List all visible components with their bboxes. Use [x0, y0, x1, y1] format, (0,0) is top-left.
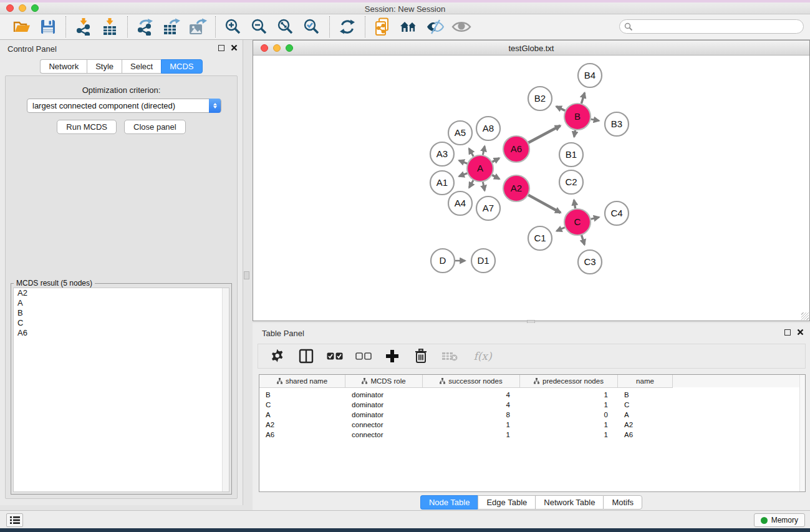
edge-B-B2[interactable] — [556, 107, 565, 111]
close-panel-icon[interactable] — [231, 44, 238, 51]
table-cell[interactable]: connector — [345, 420, 423, 430]
node-A7[interactable]: A7 — [476, 196, 500, 220]
edge-A-A3[interactable] — [459, 160, 467, 163]
node-A8[interactable]: A8 — [476, 117, 500, 140]
node-A5[interactable]: A5 — [448, 121, 472, 145]
tab-network-table[interactable]: Network Table — [535, 495, 603, 510]
import-network-button[interactable] — [70, 16, 97, 37]
table-row[interactable]: Bdominator41B — [259, 390, 805, 400]
save-session-button[interactable] — [35, 16, 61, 37]
zoom-in-button[interactable] — [220, 16, 246, 37]
select-all-columns-button[interactable] — [324, 346, 345, 366]
table-scrollbar[interactable] — [799, 375, 805, 491]
tab-motifs[interactable]: Motifs — [603, 495, 642, 510]
run-mcds-button[interactable]: Run MCDS — [57, 120, 117, 134]
edge-A2-C[interactable] — [528, 195, 561, 213]
open-session-button[interactable] — [9, 16, 35, 37]
export-image-button[interactable] — [185, 16, 211, 37]
table-cell[interactable]: B — [259, 390, 345, 400]
node-D[interactable]: D — [431, 249, 455, 273]
table-cell[interactable]: A — [618, 410, 673, 420]
node-C2[interactable]: C2 — [559, 170, 583, 194]
mcds-result-item[interactable]: A2 — [14, 288, 229, 298]
zoom-selected-button[interactable] — [299, 16, 325, 37]
float-table-panel-icon[interactable] — [784, 329, 791, 336]
vertical-splitter-handle[interactable] — [244, 271, 249, 279]
table-cell[interactable]: 1 — [423, 430, 520, 440]
table-cell[interactable]: dominator — [345, 390, 423, 400]
table-row[interactable]: Adominator80A — [259, 410, 805, 420]
add-column-button[interactable] — [382, 346, 403, 366]
criterion-select[interactable]: largest connected component (directed) — [27, 99, 221, 113]
search-input[interactable] — [619, 19, 804, 34]
table-row[interactable]: A2connector11A2 — [259, 420, 805, 430]
network-resize-grip[interactable] — [801, 312, 809, 320]
column-header-name[interactable]: name — [618, 375, 673, 388]
column-header-successor-nodes[interactable]: successor nodes — [423, 375, 520, 388]
table-cell[interactable]: 0 — [520, 410, 618, 420]
network-graph[interactable]: B4B2BB3B1A5A8A6A3AA1A2C2A4A7CC4C1C3DD1 — [253, 56, 809, 321]
zoom-fit-button[interactable] — [272, 16, 299, 37]
task-history-button[interactable] — [6, 513, 23, 527]
close-table-panel-icon[interactable] — [797, 329, 804, 336]
node-A2[interactable]: A2 — [503, 175, 529, 201]
tab-node-table[interactable]: Node Table — [420, 495, 478, 510]
node-C[interactable]: C — [564, 209, 591, 235]
memory-button[interactable]: Memory — [754, 513, 805, 527]
edge-A-A2[interactable] — [492, 175, 499, 179]
new-network-from-selection-button[interactable] — [370, 16, 396, 37]
column-header-predecessor-nodes[interactable]: predecessor nodes — [520, 375, 618, 388]
edge-A-A5[interactable] — [469, 148, 473, 157]
column-header-shared-name[interactable]: shared name — [259, 375, 345, 388]
tab-mcds[interactable]: MCDS — [161, 59, 202, 74]
node-A3[interactable]: A3 — [430, 142, 454, 166]
function-builder-button[interactable]: f(x) — [468, 346, 498, 366]
table-cell[interactable]: 4 — [423, 400, 520, 410]
edge-B-B3[interactable] — [591, 119, 599, 120]
edge-C-C3[interactable] — [582, 235, 585, 244]
export-table-button[interactable] — [158, 16, 185, 37]
table-cell[interactable]: A6 — [259, 430, 345, 440]
table-cell[interactable]: A2 — [259, 420, 345, 430]
table-row[interactable]: Cdominator41C — [259, 400, 805, 410]
float-panel-icon[interactable] — [218, 45, 224, 51]
import-table-button[interactable] — [97, 16, 123, 37]
show-graphics-details-button[interactable] — [448, 16, 475, 37]
mcds-result-item[interactable]: A — [14, 298, 229, 308]
edge-A6-B[interactable] — [528, 126, 560, 143]
result-list-scrollbar[interactable] — [222, 288, 229, 491]
table-cell[interactable]: A6 — [618, 430, 673, 440]
edge-A-A1[interactable] — [459, 173, 467, 177]
node-A4[interactable]: A4 — [448, 191, 472, 215]
edge-A-A4[interactable] — [469, 180, 473, 188]
deselect-all-columns-button[interactable] — [353, 346, 374, 366]
node-B3[interactable]: B3 — [605, 112, 629, 136]
table-cell[interactable]: connector — [345, 430, 423, 440]
mcds-result-item[interactable]: C — [14, 318, 229, 328]
edge-B-B1[interactable] — [574, 130, 576, 137]
table-columns-button[interactable] — [296, 346, 317, 366]
delete-column-button[interactable] — [410, 346, 432, 366]
table-settings-button[interactable] — [267, 346, 288, 366]
table-cell[interactable]: 1 — [520, 430, 618, 440]
table-cell[interactable]: C — [259, 400, 345, 410]
first-neighbors-button[interactable] — [396, 16, 422, 37]
mcds-result-item[interactable]: B — [14, 308, 229, 318]
network-canvas[interactable]: B4B2BB3B1A5A8A6A3AA1A2C2A4A7CC4C1C3DD1 — [253, 56, 809, 321]
delete-table-button[interactable] — [439, 346, 460, 366]
table-cell[interactable]: 4 — [423, 390, 520, 400]
node-C1[interactable]: C1 — [528, 226, 552, 250]
refresh-button[interactable] — [334, 16, 360, 37]
table-cell[interactable]: A — [259, 410, 345, 420]
edge-C-C2[interactable] — [574, 200, 575, 209]
edge-A-A8[interactable] — [483, 146, 485, 155]
zoom-out-button[interactable] — [246, 16, 272, 37]
mcds-result-item[interactable]: A6 — [14, 328, 229, 338]
table-cell[interactable]: 1 — [520, 400, 618, 410]
edge-A-A6[interactable] — [492, 158, 499, 162]
table-cell[interactable]: 1 — [423, 420, 520, 430]
tab-select[interactable]: Select — [122, 59, 161, 74]
node-D1[interactable]: D1 — [471, 249, 495, 273]
node-A[interactable]: A — [467, 155, 493, 181]
edge-A-A7[interactable] — [483, 182, 485, 191]
